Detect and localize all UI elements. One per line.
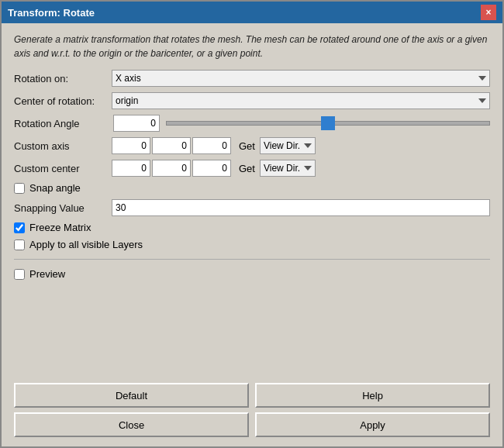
bottom-buttons: Default Help Close Apply [2, 377, 502, 446]
custom-axis-y-input[interactable]: 0 [152, 137, 191, 154]
description-text: Generate a matrix transformation that ro… [14, 33, 490, 60]
snapping-value-row: Snapping Value 30 [14, 199, 490, 216]
center-of-rotation-label: Center of rotation: [14, 95, 107, 107]
snap-angle-row: Snap angle [14, 182, 490, 194]
custom-axis-label: Custom axis [14, 140, 107, 152]
preview-label[interactable]: Preview [29, 268, 65, 280]
rotation-on-row: Rotation on: X axis Y axis Z axis Custom… [14, 70, 490, 87]
custom-center-label: Custom center [14, 163, 107, 174]
freeze-matrix-checkbox[interactable] [14, 222, 25, 233]
close-dialog-button[interactable]: Close [14, 412, 249, 437]
freeze-matrix-label[interactable]: Freeze Matrix [29, 222, 91, 233]
custom-center-y-input[interactable]: 0 [152, 160, 191, 177]
custom-axis-x-input[interactable]: 0 [112, 137, 150, 154]
snap-angle-checkbox[interactable] [14, 183, 25, 194]
custom-center-get-select[interactable]: View Dir. X axis Y axis Z axis [260, 160, 316, 177]
snapping-value-label: Snapping Value [14, 202, 107, 214]
window-title: Transform: Rotate [8, 7, 95, 19]
rotation-angle-input[interactable]: 0 [113, 115, 160, 132]
custom-axis-inputs: 0 0 0 [112, 137, 231, 154]
rotation-angle-label: Rotation Angle [14, 118, 107, 129]
custom-center-inputs: 0 0 0 [112, 160, 231, 177]
custom-center-z-input[interactable]: 0 [192, 160, 231, 177]
form-grid: Rotation on: X axis Y axis Z axis Custom… [14, 70, 490, 280]
custom-center-x-input[interactable]: 0 [112, 160, 150, 177]
rotation-angle-slider-container[interactable] [166, 115, 490, 132]
preview-checkbox[interactable] [14, 269, 25, 280]
custom-axis-row: Custom axis 0 0 0 Get View Dir. X axis Y… [14, 137, 490, 154]
default-button[interactable]: Default [14, 383, 249, 408]
preview-row: Preview [14, 268, 490, 280]
rotation-angle-row: Rotation Angle 0 [14, 115, 490, 132]
snapping-value-input[interactable]: 30 [112, 199, 490, 216]
transform-rotate-window: Transform: Rotate × Generate a matrix tr… [0, 0, 504, 448]
slider-thumb[interactable] [321, 116, 335, 130]
custom-axis-get-select[interactable]: View Dir. X axis Y axis Z axis [260, 137, 316, 154]
close-button[interactable]: × [481, 5, 496, 20]
top-buttons-row: Default Help [14, 383, 490, 408]
rotation-on-select[interactable]: X axis Y axis Z axis Custom axis [112, 70, 490, 87]
rotation-on-label: Rotation on: [14, 73, 107, 84]
custom-axis-z-input[interactable]: 0 [192, 137, 231, 154]
apply-to-all-row: Apply to all visible Layers [14, 239, 490, 250]
content-area: Generate a matrix transformation that ro… [2, 23, 502, 377]
apply-to-all-label[interactable]: Apply to all visible Layers [29, 239, 143, 250]
divider [14, 259, 490, 260]
apply-button[interactable]: Apply [255, 412, 490, 437]
custom-center-row: Custom center 0 0 0 Get View Dir. X axis… [14, 160, 490, 177]
snap-angle-label[interactable]: Snap angle [29, 182, 81, 194]
slider-track [166, 121, 490, 126]
freeze-matrix-row: Freeze Matrix [14, 222, 490, 233]
apply-to-all-checkbox[interactable] [14, 240, 25, 250]
custom-axis-get-label: Get [239, 140, 255, 152]
help-button[interactable]: Help [255, 383, 490, 408]
center-of-rotation-select[interactable]: origin baricenter custom [112, 92, 490, 109]
title-bar: Transform: Rotate × [2, 2, 502, 23]
custom-center-get-label: Get [239, 163, 255, 174]
bottom-buttons-row: Close Apply [14, 412, 490, 437]
center-of-rotation-row: Center of rotation: origin baricenter cu… [14, 92, 490, 109]
